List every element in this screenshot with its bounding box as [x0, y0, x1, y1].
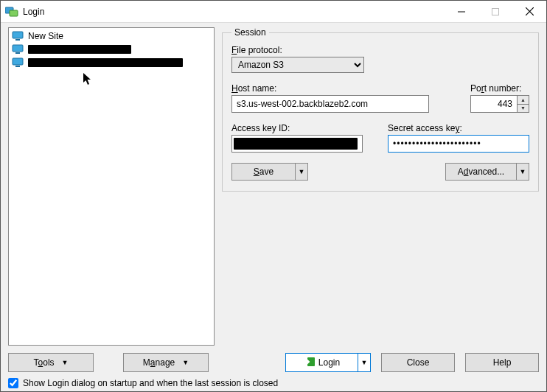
svg-rect-8 — [13, 45, 23, 52]
maximize-button — [478, 1, 512, 23]
port-label: Port number: — [470, 83, 529, 94]
site-list[interactable]: New Site — [8, 27, 215, 346]
access-key-label: Access key ID: — [231, 123, 363, 133]
app-icon — [5, 5, 18, 18]
svg-rect-6 — [13, 32, 23, 38]
close-dialog-button[interactable]: Close — [381, 353, 455, 372]
startup-checkbox-row: Show Login dialog on startup and when th… — [8, 378, 539, 388]
save-dropdown-button[interactable]: ▼ — [295, 163, 308, 181]
redacted-label — [28, 58, 183, 67]
login-button[interactable]: Login — [285, 353, 358, 372]
login-window: Login New Site — [0, 0, 547, 392]
login-dropdown-button[interactable]: ▼ — [358, 353, 371, 372]
site-item-new[interactable]: New Site — [10, 29, 212, 43]
redacted-label — [28, 45, 131, 54]
spinner-up-icon[interactable]: ▲ — [518, 96, 529, 105]
manage-button[interactable]: Manage▼ — [123, 353, 209, 372]
login-button-label: Login — [318, 357, 340, 368]
port-spinner[interactable]: ▲▼ — [518, 95, 529, 113]
advanced-button[interactable]: Advanced... — [445, 163, 516, 181]
close-button[interactable] — [512, 1, 546, 23]
svg-rect-1 — [10, 10, 18, 16]
host-name-input[interactable] — [231, 95, 429, 113]
save-button[interactable]: Save — [231, 163, 295, 181]
minimize-button[interactable] — [445, 1, 478, 23]
window-title: Login — [23, 7, 44, 17]
monitor-icon — [12, 44, 24, 55]
bottom-toolbar: Tools▼ Manage▼ Login ▼ Close Help — [8, 353, 539, 372]
site-item-label: New Site — [28, 31, 63, 41]
session-group: Session File protocol: Amazon S3 Host na… — [222, 27, 539, 192]
svg-rect-9 — [15, 52, 20, 54]
svg-rect-10 — [13, 58, 23, 65]
chevron-down-icon: ▼ — [182, 359, 189, 366]
svg-rect-11 — [15, 66, 20, 67]
show-on-startup-label: Show Login dialog on startup and when th… — [23, 378, 278, 388]
monitor-icon — [12, 57, 24, 68]
spinner-down-icon[interactable]: ▼ — [518, 105, 529, 113]
monitor-icon — [12, 31, 24, 41]
secret-key-input[interactable] — [388, 135, 529, 153]
advanced-dropdown-button[interactable]: ▼ — [516, 163, 529, 181]
session-legend: Session — [231, 27, 269, 38]
site-item-redacted[interactable] — [10, 43, 212, 56]
help-button[interactable]: Help — [465, 353, 539, 372]
file-protocol-select[interactable]: Amazon S3 — [231, 57, 364, 73]
secret-key-label: Secret access key: — [388, 123, 529, 133]
show-on-startup-checkbox[interactable] — [8, 378, 18, 388]
cursor-icon — [83, 72, 93, 88]
content-area: New Site — [1, 23, 546, 391]
host-name-label: Host name: — [231, 83, 429, 94]
svg-rect-3 — [492, 8, 499, 15]
file-protocol-label: File protocol: — [231, 45, 529, 55]
login-icon — [304, 357, 316, 369]
tools-button[interactable]: Tools▼ — [8, 353, 94, 372]
redacted-value — [234, 138, 358, 150]
site-item-redacted[interactable] — [10, 56, 212, 69]
titlebar: Login — [1, 1, 546, 23]
port-input[interactable] — [470, 95, 518, 113]
chevron-down-icon: ▼ — [62, 359, 69, 366]
svg-rect-7 — [15, 39, 20, 41]
